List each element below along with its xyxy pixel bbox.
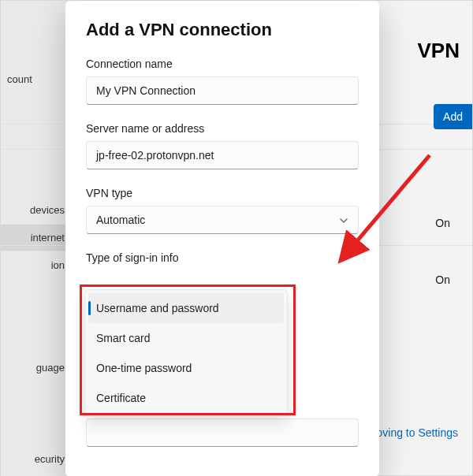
server-value: jp-free-02.protonvpn.net <box>96 149 214 162</box>
settings-link[interactable]: moving to Settings <box>367 426 458 439</box>
connection-name-value: My VPN Connection <box>96 84 196 97</box>
annotation-highlight-box <box>80 284 296 415</box>
dialog-title: Add a VPN connection <box>86 20 359 40</box>
sidebar-item-ion[interactable]: ion <box>1 253 68 277</box>
vpn-type-label: VPN type <box>86 187 359 199</box>
chevron-down-icon <box>339 215 348 225</box>
page-title: VPN <box>418 39 460 63</box>
vpn-type-select[interactable]: Automatic <box>86 206 359 234</box>
sidebar-item-devices[interactable]: devices <box>1 198 68 222</box>
sidebar-item-language[interactable]: guage <box>1 355 68 380</box>
toggle-status-2: On <box>435 273 450 286</box>
settings-window: count devices internet ion guage ecurity… <box>0 0 473 476</box>
server-label: Server name or address <box>86 122 359 135</box>
connection-name-label: Connection name <box>86 58 359 70</box>
signin-type-label: Type of sign-in info <box>86 251 359 264</box>
add-vpn-button[interactable]: Add <box>434 104 472 129</box>
password-input[interactable] <box>86 418 359 447</box>
sidebar-item-security[interactable]: ecurity <box>1 447 68 471</box>
vpn-type-value: Automatic <box>96 214 145 226</box>
settings-sidebar: count devices internet ion guage ecurity <box>1 1 68 476</box>
connection-name-input[interactable]: My VPN Connection <box>86 76 359 105</box>
server-input[interactable]: jp-free-02.protonvpn.net <box>86 141 359 169</box>
toggle-status-1: On <box>435 217 450 229</box>
sidebar-item-account[interactable]: count <box>1 67 68 91</box>
sidebar-item-internet[interactable]: internet <box>1 225 68 251</box>
